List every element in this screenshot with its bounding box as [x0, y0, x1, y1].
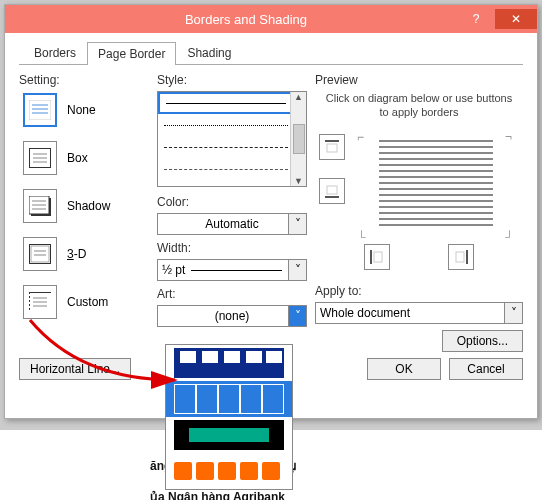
chevron-down-icon: ˅: [288, 214, 306, 234]
color-label: Color:: [157, 195, 307, 209]
scroll-down-icon: ▼: [294, 176, 303, 186]
width-dropdown[interactable]: ½ pt ˅: [157, 259, 307, 281]
setting-none[interactable]: None: [23, 93, 149, 127]
tab-borders[interactable]: Borders: [23, 41, 87, 64]
preview-bottom-border-button[interactable]: [319, 178, 345, 204]
setting-3d[interactable]: 3-D: [23, 237, 149, 271]
options-button[interactable]: Options...: [442, 330, 523, 352]
close-icon: ✕: [511, 12, 521, 26]
width-label: Width:: [157, 241, 307, 255]
art-label: Art:: [157, 287, 307, 301]
chevron-down-icon: ˅: [504, 303, 522, 323]
style-listbox[interactable]: ▲▼: [157, 91, 307, 187]
art-option-chair[interactable]: [166, 381, 292, 417]
tab-page-border[interactable]: Page Border: [87, 42, 176, 65]
preview-left-border-button[interactable]: [364, 244, 390, 270]
help-icon: ?: [473, 12, 480, 26]
art-option-ornate[interactable]: [166, 417, 292, 453]
horizontal-line-button[interactable]: Horizontal Line...: [19, 358, 131, 380]
preview-note: Click on diagram below or use buttons to…: [325, 91, 513, 120]
doc-line-2: ủa Ngân hàng Agribank: [150, 490, 285, 500]
close-button[interactable]: ✕: [495, 9, 537, 29]
art-dropdown[interactable]: (none) ˅: [157, 305, 307, 327]
svg-rect-13: [29, 244, 51, 264]
setting-box[interactable]: Box: [23, 141, 149, 175]
style-scrollbar[interactable]: ▲▼: [290, 92, 306, 186]
setting-label: Setting:: [19, 73, 149, 87]
window-title: Borders and Shading: [35, 12, 457, 27]
svg-rect-23: [327, 144, 337, 152]
preview-top-border-button[interactable]: [319, 134, 345, 160]
apply-to-label: Apply to:: [315, 284, 523, 298]
cancel-button[interactable]: Cancel: [449, 358, 523, 380]
svg-rect-24: [327, 186, 337, 194]
apply-to-dropdown[interactable]: Whole document ˅: [315, 302, 523, 324]
art-option-burst[interactable]: [166, 453, 292, 489]
preview-right-border-button[interactable]: [448, 244, 474, 270]
shadow-icon: [23, 189, 57, 223]
none-icon: [23, 93, 57, 127]
preview-diagram[interactable]: ⌐ ¬ └ ┘: [357, 134, 515, 234]
art-dropdown-list[interactable]: [165, 344, 293, 490]
tab-shading[interactable]: Shading: [176, 41, 242, 64]
setting-shadow[interactable]: Shadow: [23, 189, 149, 223]
color-dropdown[interactable]: Automatic ˅: [157, 213, 307, 235]
preview-label: Preview: [315, 73, 523, 87]
art-option-film[interactable]: [166, 345, 292, 381]
scroll-up-icon: ▲: [294, 92, 303, 102]
chevron-down-icon: ˅: [288, 306, 306, 326]
help-button[interactable]: ?: [459, 9, 493, 29]
tab-strip: Borders Page Border Shading: [23, 41, 537, 64]
box-icon: [23, 141, 57, 175]
titlebar: Borders and Shading ? ✕: [5, 5, 537, 33]
svg-rect-28: [456, 252, 464, 262]
svg-rect-0: [29, 100, 51, 120]
svg-rect-14: [31, 246, 49, 262]
custom-icon: [23, 285, 57, 319]
ok-button[interactable]: OK: [367, 358, 441, 380]
setting-custom[interactable]: Custom: [23, 285, 149, 319]
threeD-icon: [23, 237, 57, 271]
chevron-down-icon: ˅: [288, 260, 306, 280]
svg-rect-27: [374, 252, 382, 262]
style-label: Style:: [157, 73, 307, 87]
